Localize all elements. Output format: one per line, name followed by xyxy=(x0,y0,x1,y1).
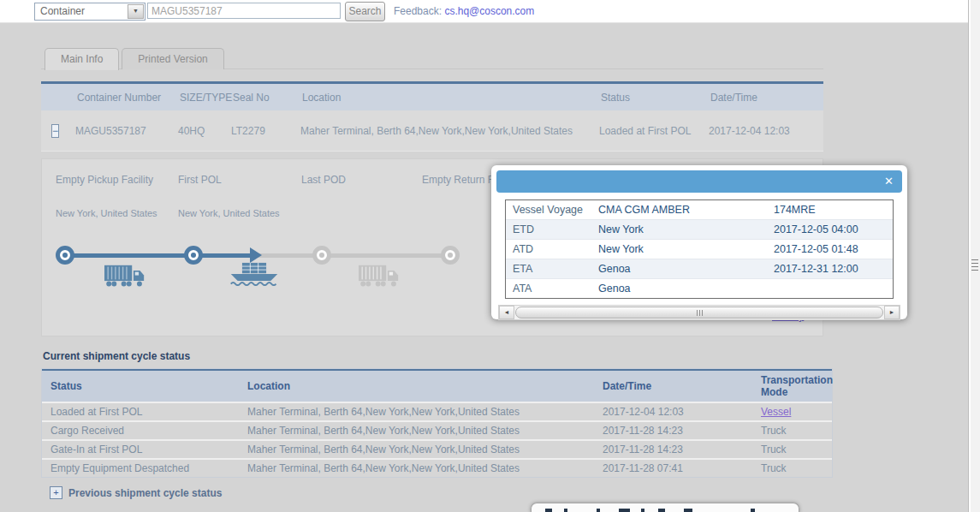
timeline-stop-first-pol: First POL New York, United States xyxy=(178,174,298,187)
timeline-node-1 xyxy=(56,246,74,265)
vessel-mode-link[interactable]: Vessel xyxy=(761,406,791,418)
location-cell: Maher Terminal, Berth 64,New York,New Yo… xyxy=(239,462,594,474)
splitter-grip[interactable] xyxy=(971,259,978,272)
close-icon[interactable]: ✕ xyxy=(884,175,894,188)
previous-cycle-label: Previous shipment cycle status xyxy=(68,487,222,499)
row-detail: 174MRE xyxy=(767,204,893,216)
row-label: ATD xyxy=(506,243,591,255)
stop-label: Empty Pickup Facility xyxy=(56,174,153,186)
row-value: New York xyxy=(591,223,767,235)
row-value: Genoa xyxy=(591,263,767,275)
container-table: Container Number SIZE/TYPE Seal No Locat… xyxy=(41,81,823,152)
table-row: ATA Genoa xyxy=(506,278,893,298)
stop-label: First POL xyxy=(178,174,222,186)
tab-printed-version[interactable]: Printed Version xyxy=(122,48,223,69)
timeline-stop-empty-pickup: Empty Pickup Facility New York, United S… xyxy=(56,174,175,187)
mode-cell: Truck xyxy=(752,425,832,437)
feedback-label: Feedback: xyxy=(394,5,442,17)
vessel-voyage-table: Vessel Voyage CMA CGM AMBER 174MRE ETD N… xyxy=(505,199,894,299)
scroll-left-icon[interactable]: ◄ xyxy=(499,306,514,319)
datetime-cell: 2017-11-28 14:23 xyxy=(594,444,752,455)
mode-cell: Truck xyxy=(752,462,832,474)
timeline-node-4 xyxy=(441,246,460,265)
vessel-info-popup: ✕ Vessel Voyage CMA CGM AMBER 174MRE ETD… xyxy=(491,165,907,319)
datetime-cell: 2017-11-28 14:23 xyxy=(594,425,752,437)
header-seal-no: Seal No xyxy=(231,92,300,104)
row-value: New York xyxy=(591,243,767,255)
previous-cycle-section: + Previous shipment cycle status xyxy=(50,486,222,499)
seal-no-value: LT2279 xyxy=(231,125,300,137)
status-cell: Loaded at First POL xyxy=(42,406,239,418)
mode-cell: Truck xyxy=(752,444,832,455)
container-table-header: Container Number SIZE/TYPE Seal No Locat… xyxy=(41,84,823,110)
header-location: Location xyxy=(239,380,594,392)
location-cell: Maher Terminal, Berth 64,New York,New Yo… xyxy=(239,425,594,437)
scroll-right-icon[interactable]: ► xyxy=(884,306,900,319)
table-row: ETA Genoa 2017-12-31 12:00 xyxy=(506,259,893,278)
status-cell: Gate-In at First POL xyxy=(42,444,239,455)
feedback-text: Feedback: cs.hq@coscon.com xyxy=(394,5,534,17)
timeline-node-2 xyxy=(184,246,203,265)
size-type-value: 40HQ xyxy=(178,125,231,137)
timeline-track-active xyxy=(65,253,250,258)
timeline-progress-arrow-icon xyxy=(250,247,262,263)
timeline-node-3 xyxy=(312,246,331,265)
vessel-icon xyxy=(229,262,279,290)
truck-icon xyxy=(104,264,151,290)
row-detail: 2017-12-05 04:00 xyxy=(767,223,893,235)
search-button[interactable]: Search xyxy=(345,2,385,21)
header-datetime: Date/Time xyxy=(709,92,823,104)
table-row: ATD New York 2017-12-05 01:48 xyxy=(506,239,893,259)
header-transportation-mode: Transportation Mode xyxy=(752,374,833,398)
row-value: CMA CGM AMBER xyxy=(591,204,767,216)
location-cell: Maher Terminal, Berth 64,New York,New Yo… xyxy=(239,444,594,455)
search-type-dropdown[interactable]: Container ▼ xyxy=(34,3,146,21)
search-input[interactable] xyxy=(147,3,341,19)
top-search-bar: Container ▼ Search Feedback: cs.hq@cosco… xyxy=(0,0,969,23)
status-cell: Cargo Received xyxy=(42,425,239,437)
table-row: Gate-In at First POL Maher Terminal, Ber… xyxy=(42,439,832,458)
partial-dialog xyxy=(531,503,799,512)
datetime-cell: 2017-12-04 12:03 xyxy=(594,406,752,418)
container-row: − MAGU5357187 40HQ LT2279 Maher Terminal… xyxy=(41,110,823,152)
row-label: ATA xyxy=(506,283,591,295)
cycle-status-table: Status Location Date/Time Transportation… xyxy=(41,368,833,478)
row-detail: 2017-12-05 01:48 xyxy=(767,243,893,255)
truck-inactive-icon xyxy=(359,264,405,290)
status-value: Loaded at First POL xyxy=(599,125,709,137)
stop-label: Last POD xyxy=(301,174,346,186)
stop-sublabel: New York, United States xyxy=(178,207,324,220)
tab-bar: Main Info Printed Version xyxy=(45,48,224,70)
cycle-table-header: Status Location Date/Time Transportation… xyxy=(42,371,832,402)
header-size-type: SIZE/TYPE xyxy=(178,92,231,104)
chevron-down-icon[interactable]: ▼ xyxy=(128,4,144,19)
header-status: Status xyxy=(599,92,709,104)
table-row: Loaded at First POL Maher Terminal, Bert… xyxy=(42,402,832,420)
feedback-email-link[interactable]: cs.hq@coscon.com xyxy=(444,5,534,17)
expand-icon[interactable]: + xyxy=(50,486,62,499)
status-cell: Empty Equipment Despatched xyxy=(42,462,239,474)
popup-header: ✕ xyxy=(496,170,902,193)
row-label: ETA xyxy=(506,263,591,275)
table-row: Empty Equipment Despatched Maher Termina… xyxy=(42,458,832,477)
header-container-number: Container Number xyxy=(75,92,178,104)
horizontal-scrollbar[interactable]: ◄ ► xyxy=(498,305,900,320)
table-row: ETD New York 2017-12-05 04:00 xyxy=(506,219,893,239)
cycle-status-title: Current shipment cycle status xyxy=(43,350,190,362)
right-splitter-strip xyxy=(968,0,980,512)
search-type-selected: Container xyxy=(40,5,85,17)
table-row: Vessel Voyage CMA CGM AMBER 174MRE xyxy=(506,200,893,219)
tab-main-info[interactable]: Main Info xyxy=(45,48,119,70)
timeline-stop-last-pod: Last POD xyxy=(301,174,421,187)
header-status: Status xyxy=(42,380,239,392)
row-detail: 2017-12-31 12:00 xyxy=(767,263,893,275)
row-value: Genoa xyxy=(591,283,767,295)
datetime-value: 2017-12-04 12:03 xyxy=(709,125,823,137)
table-row: Cargo Received Maher Terminal, Berth 64,… xyxy=(42,420,832,439)
row-label: Vessel Voyage xyxy=(506,204,591,216)
container-number-value: MAGU5357187 xyxy=(75,125,178,137)
collapse-row-button[interactable]: − xyxy=(51,124,59,138)
location-cell: Maher Terminal, Berth 64,New York,New Yo… xyxy=(239,406,594,418)
row-label: ETD xyxy=(506,223,591,235)
scrollbar-thumb[interactable] xyxy=(515,307,883,319)
